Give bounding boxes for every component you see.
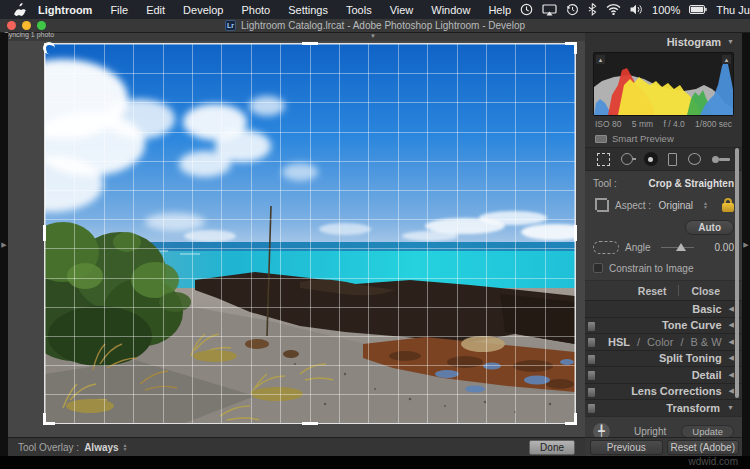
angle-label: Angle bbox=[625, 242, 651, 253]
aspect-label: Aspect : bbox=[615, 200, 651, 211]
detail-toggle[interactable] bbox=[588, 371, 595, 380]
panel-header-hsl[interactable]: HSL / Color / B & W ◀ bbox=[585, 333, 742, 350]
panel-header-basic[interactable]: Basic ◀ bbox=[585, 300, 742, 317]
time-machine-icon[interactable] bbox=[566, 3, 579, 16]
detail-label: Detail bbox=[692, 369, 722, 381]
histogram-title: Histogram bbox=[667, 36, 721, 48]
menu-view[interactable]: View bbox=[381, 4, 423, 16]
crop-handle-bottom-right[interactable] bbox=[565, 413, 577, 425]
menu-develop[interactable]: Develop bbox=[174, 4, 232, 16]
hsl-expand-icon[interactable]: ◀ bbox=[729, 338, 734, 346]
lens-corrections-expand-icon[interactable]: ◀ bbox=[729, 387, 734, 395]
right-panel-edge-strip[interactable]: ▶ bbox=[742, 33, 750, 456]
histogram-panel-header[interactable]: Histogram ▼ bbox=[585, 33, 742, 50]
hsl-bw-label[interactable]: B & W bbox=[690, 336, 721, 348]
aspect-value-dropdown[interactable]: Original bbox=[659, 200, 693, 211]
split-toning-toggle[interactable] bbox=[588, 355, 595, 364]
clock-icon[interactable] bbox=[520, 3, 533, 16]
panel-scrollbar[interactable] bbox=[735, 148, 739, 398]
hsl-label[interactable]: HSL bbox=[608, 336, 630, 348]
apple-menu-icon[interactable] bbox=[14, 3, 26, 16]
crop-handle-top[interactable] bbox=[302, 42, 318, 45]
done-button[interactable]: Done bbox=[529, 440, 575, 455]
basic-panel-label: Basic bbox=[692, 303, 721, 315]
red-eye-tool-icon[interactable] bbox=[644, 152, 658, 166]
menu-tools[interactable]: Tools bbox=[337, 4, 381, 16]
auto-straighten-button[interactable]: Auto bbox=[685, 220, 734, 235]
detail-expand-icon[interactable]: ◀ bbox=[729, 371, 734, 379]
angle-value[interactable]: 0.00 bbox=[704, 242, 734, 253]
right-panel-collapse-icon[interactable]: ▶ bbox=[743, 241, 748, 249]
macos-menu-bar: Lightroom File Edit Develop Photo Settin… bbox=[0, 0, 750, 19]
top-panel-collapse-icon[interactable]: ▼ bbox=[370, 33, 376, 39]
hsl-color-label[interactable]: Color bbox=[647, 336, 673, 348]
panel-header-split-toning[interactable]: Split Toning ◀ bbox=[585, 350, 742, 367]
tool-name: Crop & Straighten bbox=[648, 178, 734, 189]
reset-adobe-button[interactable]: Reset (Adobe) bbox=[667, 440, 740, 455]
crop-close-button[interactable]: Close bbox=[679, 285, 732, 297]
crop-handle-bottom[interactable] bbox=[302, 422, 318, 425]
menu-help[interactable]: Help bbox=[479, 4, 520, 16]
volume-icon[interactable] bbox=[630, 4, 643, 15]
crop-handle-bottom-left[interactable] bbox=[43, 413, 55, 425]
sync-status-text: Syncing 1 photo bbox=[4, 31, 54, 38]
menubar-clock[interactable]: Thu Jul 7 2:12 PM bbox=[716, 4, 750, 16]
spot-removal-tool-icon[interactable] bbox=[621, 153, 633, 165]
menu-file[interactable]: File bbox=[101, 4, 137, 16]
develop-footer: Previous Reset (Adobe) bbox=[585, 437, 742, 456]
activity-bar: Syncing 1 photo ▼ bbox=[0, 33, 585, 41]
lens-corrections-toggle[interactable] bbox=[588, 388, 595, 397]
transform-toggle[interactable] bbox=[588, 404, 595, 413]
airplay-display-icon[interactable] bbox=[542, 4, 557, 16]
crop-frame-icon[interactable] bbox=[593, 198, 609, 212]
adjustment-brush-tool-icon[interactable] bbox=[712, 153, 730, 165]
hsl-separator-2: / bbox=[680, 336, 683, 348]
battery-percent: 100% bbox=[652, 4, 680, 16]
filmstrip-collapsed-bar[interactable]: wdwid.com bbox=[0, 456, 750, 469]
crop-reset-button[interactable]: Reset bbox=[626, 285, 679, 297]
bluetooth-icon[interactable] bbox=[588, 3, 597, 16]
photo-canvas[interactable] bbox=[45, 44, 575, 423]
crop-handle-left[interactable] bbox=[43, 225, 46, 241]
menu-window[interactable]: Window bbox=[422, 4, 479, 16]
highlight-clipping-icon[interactable]: ▲ bbox=[722, 55, 731, 64]
crop-handle-right[interactable] bbox=[574, 225, 577, 241]
histogram-display[interactable]: ▲ ▲ bbox=[593, 52, 734, 116]
panel-header-transform[interactable]: Transform ▼ bbox=[585, 399, 742, 416]
battery-icon[interactable] bbox=[689, 5, 707, 14]
menu-lightroom[interactable]: Lightroom bbox=[36, 4, 101, 16]
exif-readout: ISO 80 5 mm f / 4.0 1/800 sec bbox=[585, 116, 742, 129]
angle-slider[interactable] bbox=[661, 242, 694, 252]
menu-edit[interactable]: Edit bbox=[137, 4, 174, 16]
graduated-filter-tool-icon[interactable] bbox=[668, 153, 677, 166]
transform-collapse-icon[interactable]: ▼ bbox=[727, 404, 734, 411]
panel-header-tone-curve[interactable]: Tone Curve ◀ bbox=[585, 317, 742, 334]
menu-settings[interactable]: Settings bbox=[279, 4, 337, 16]
crop-overlay-tool-icon[interactable] bbox=[597, 153, 610, 166]
constrain-to-image-label: Constrain to Image bbox=[609, 263, 694, 274]
crop-handle-top-left[interactable] bbox=[43, 42, 55, 54]
tool-overlay-value[interactable]: Always bbox=[84, 442, 118, 453]
panel-header-detail[interactable]: Detail ◀ bbox=[585, 366, 742, 383]
previous-button[interactable]: Previous bbox=[590, 440, 663, 455]
left-panel-expand-icon[interactable]: ▶ bbox=[1, 241, 6, 249]
panel-header-lens-corrections[interactable]: Lens Corrections ◀ bbox=[585, 383, 742, 400]
histogram-collapse-icon[interactable]: ▼ bbox=[727, 38, 734, 45]
shadow-clipping-icon[interactable]: ▲ bbox=[596, 55, 605, 64]
left-panel-collapsed-strip[interactable]: ▶ bbox=[0, 33, 8, 456]
hsl-toggle[interactable] bbox=[588, 338, 595, 347]
tool-overlay-dropdown-icon[interactable]: ▲▼ bbox=[123, 443, 128, 451]
tone-curve-expand-icon[interactable]: ◀ bbox=[729, 321, 734, 329]
constrain-to-image-checkbox[interactable] bbox=[593, 263, 603, 273]
basic-expand-icon[interactable]: ◀ bbox=[729, 305, 734, 313]
aspect-lock-icon[interactable] bbox=[722, 198, 734, 213]
menu-photo[interactable]: Photo bbox=[232, 4, 279, 16]
wifi-icon[interactable] bbox=[606, 4, 621, 15]
straighten-dial-icon[interactable] bbox=[593, 241, 619, 254]
tone-curve-toggle[interactable] bbox=[588, 322, 595, 331]
split-toning-expand-icon[interactable]: ◀ bbox=[729, 354, 734, 362]
aspect-dropdown-icon[interactable]: ▲▼ bbox=[703, 201, 708, 209]
smart-preview-row[interactable]: Smart Preview bbox=[585, 129, 742, 147]
crop-handle-top-right[interactable] bbox=[565, 42, 577, 54]
radial-filter-tool-icon[interactable] bbox=[688, 153, 701, 165]
